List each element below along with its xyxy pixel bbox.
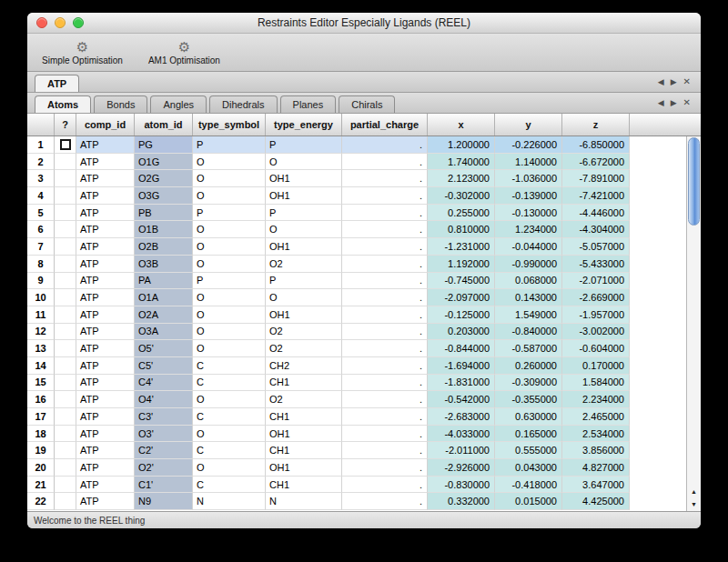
cell-type-energy[interactable]: OH1 — [266, 426, 342, 443]
cell-atom-id[interactable]: O1A — [135, 289, 193, 306]
cell-type-symbol[interactable]: C — [193, 442, 266, 459]
cell-x[interactable]: -4.033000 — [428, 426, 495, 443]
checkbox-cell[interactable] — [55, 154, 76, 171]
cell-atom-id[interactable]: N9 — [135, 493, 193, 510]
cell-type-symbol[interactable]: O — [193, 238, 266, 256]
checkbox-cell[interactable] — [55, 136, 76, 154]
cell-type-energy[interactable]: CH1 — [266, 375, 342, 392]
tab-atp[interactable]: ATP — [35, 75, 79, 92]
cell-type-symbol[interactable]: O — [193, 256, 266, 273]
tab-bonds[interactable]: Bonds — [94, 95, 147, 113]
cell-z[interactable]: -5.433000 — [562, 256, 630, 273]
cell-z[interactable]: -5.057000 — [562, 238, 630, 256]
tab-scroll-left-icon[interactable]: ◀ — [658, 99, 664, 107]
cell-y[interactable]: -0.587000 — [495, 340, 562, 357]
cell-z[interactable]: 4.425000 — [562, 493, 630, 510]
cell-partial-charge[interactable]: . — [342, 289, 428, 306]
cell-type-energy[interactable]: CH1 — [266, 477, 342, 494]
cell-x[interactable]: -0.844000 — [428, 340, 495, 357]
cell-y[interactable]: 0.068000 — [495, 273, 562, 290]
cell-y[interactable]: -0.139000 — [495, 187, 562, 205]
cell-atom-id[interactable]: PG — [135, 136, 193, 154]
cell-type-symbol[interactable]: O — [193, 187, 266, 205]
table-row[interactable]: 12ATPO3AOO2.0.203000-0.840000-3.002000 — [27, 324, 686, 341]
checkbox-cell[interactable] — [55, 375, 76, 392]
cell-type-symbol[interactable]: O — [193, 459, 266, 477]
cell-x[interactable]: -2.683000 — [428, 408, 495, 426]
cell-y[interactable]: -0.840000 — [495, 324, 562, 341]
cell-partial-charge[interactable]: . — [342, 256, 428, 273]
cell-type-symbol[interactable]: O — [193, 306, 266, 324]
cell-x[interactable]: 2.123000 — [428, 170, 495, 187]
cell-comp-id[interactable]: ATP — [76, 493, 135, 510]
cell-partial-charge[interactable]: . — [342, 238, 428, 256]
checkbox-cell[interactable] — [55, 357, 76, 375]
cell-partial-charge[interactable]: . — [342, 324, 428, 341]
cell-comp-id[interactable]: ATP — [76, 375, 135, 392]
cell-atom-id[interactable]: O4' — [135, 391, 193, 408]
cell-type-energy[interactable]: O2 — [266, 391, 342, 408]
cell-y[interactable]: -0.226000 — [495, 136, 562, 154]
cell-partial-charge[interactable]: . — [342, 340, 428, 357]
cell-atom-id[interactable]: O3B — [135, 256, 193, 273]
cell-type-energy[interactable]: OH1 — [266, 306, 342, 324]
checkbox-cell[interactable] — [55, 289, 76, 306]
cell-partial-charge[interactable]: . — [342, 273, 428, 290]
checkbox-cell[interactable] — [55, 170, 76, 187]
cell-type-energy[interactable]: O — [266, 221, 342, 238]
cell-comp-id[interactable]: ATP — [76, 273, 135, 290]
cell-y[interactable]: -0.309000 — [495, 375, 562, 392]
cell-type-energy[interactable]: P — [266, 136, 342, 154]
cell-comp-id[interactable]: ATP — [76, 221, 135, 238]
cell-atom-id[interactable]: PA — [135, 273, 193, 290]
table-row[interactable]: 8ATPO3BOO2.1.192000-0.990000-5.433000 — [27, 256, 686, 273]
cell-z[interactable]: -0.604000 — [562, 340, 630, 357]
checkbox-cell[interactable] — [55, 221, 76, 238]
title-bar[interactable]: Restraints Editor Especially Ligands (RE… — [27, 13, 701, 34]
tab-close-icon[interactable]: ✕ — [683, 77, 691, 86]
table-row[interactable]: 14ATPC5'CCH2.-1.6940000.2600000.170000 — [27, 357, 686, 375]
cell-type-energy[interactable]: OH1 — [266, 187, 342, 205]
column-header-type-energy[interactable]: type_energy — [266, 114, 342, 135]
cell-x[interactable]: 0.810000 — [428, 221, 495, 238]
zoom-window-button[interactable] — [73, 17, 84, 28]
cell-partial-charge[interactable]: . — [342, 493, 428, 510]
cell-z[interactable]: -4.304000 — [562, 221, 630, 238]
cell-z[interactable]: -1.957000 — [562, 306, 630, 324]
table-row[interactable]: 5ATPPBPP.0.255000-0.130000-4.446000 — [27, 205, 686, 222]
cell-z[interactable]: -6.672000 — [562, 154, 630, 171]
cell-z[interactable]: -2.071000 — [562, 273, 630, 290]
cell-z[interactable]: -2.669000 — [562, 289, 630, 306]
cell-type-energy[interactable]: CH1 — [266, 442, 342, 459]
table-row[interactable]: 19ATPC2'CCH1.-2.0110000.5550003.856000 — [27, 442, 686, 459]
table-row[interactable]: 10ATPO1AOO.-2.0970000.143000-2.669000 — [27, 289, 686, 306]
cell-y[interactable]: 0.043000 — [495, 459, 562, 477]
table-row[interactable]: 9ATPPAPP.-0.7450000.068000-2.071000 — [27, 273, 686, 290]
cell-comp-id[interactable]: ATP — [76, 306, 135, 324]
cell-type-energy[interactable]: P — [266, 273, 342, 290]
tab-atoms[interactable]: Atoms — [35, 95, 91, 113]
cell-comp-id[interactable]: ATP — [76, 408, 135, 426]
cell-type-symbol[interactable]: O — [193, 391, 266, 408]
cell-type-energy[interactable]: O2 — [266, 340, 342, 357]
table-row[interactable]: 6ATPO1BOO.0.8100001.234000-4.304000 — [27, 221, 686, 238]
cell-comp-id[interactable]: ATP — [76, 477, 135, 494]
cell-x[interactable]: -2.097000 — [428, 289, 495, 306]
cell-y[interactable]: 1.140000 — [495, 154, 562, 171]
cell-z[interactable]: -3.002000 — [562, 324, 630, 341]
cell-atom-id[interactable]: C5' — [135, 357, 193, 375]
cell-type-symbol[interactable]: O — [193, 426, 266, 443]
table-row[interactable]: 2ATPO1GOO.1.7400001.140000-6.672000 — [27, 154, 686, 171]
cell-comp-id[interactable]: ATP — [76, 170, 135, 187]
cell-comp-id[interactable]: ATP — [76, 238, 135, 256]
simple-optimisation-button[interactable]: ⚙ Simple Optimisation — [42, 40, 123, 65]
cell-z[interactable]: 3.856000 — [562, 442, 630, 459]
cell-y[interactable]: 1.549000 — [495, 306, 562, 324]
cell-atom-id[interactable]: O2G — [135, 170, 193, 187]
cell-comp-id[interactable]: ATP — [76, 459, 135, 477]
checkbox-cell[interactable] — [55, 493, 76, 510]
cell-comp-id[interactable]: ATP — [76, 340, 135, 357]
cell-x[interactable]: 0.332000 — [428, 493, 495, 510]
cell-partial-charge[interactable]: . — [342, 442, 428, 459]
cell-x[interactable]: 0.203000 — [428, 324, 495, 341]
